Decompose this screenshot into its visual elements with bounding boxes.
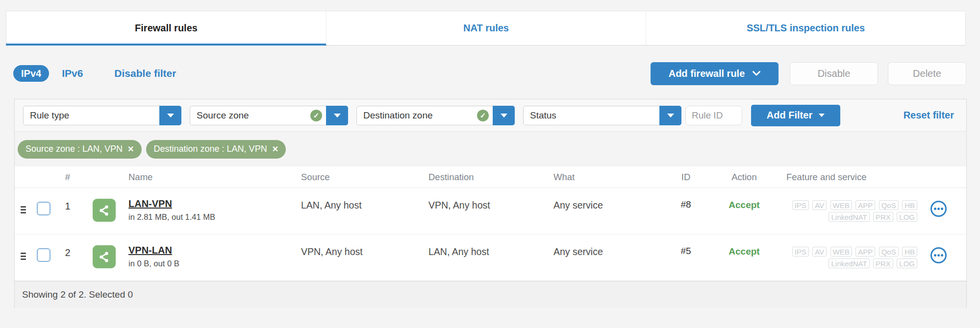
table-row: 1 LAN-VPN in 2.81 MB, out 1.41 MB LAN, A… — [15, 188, 966, 234]
destination-zone-select-label: Destination zone — [357, 110, 477, 121]
feature-badge: HB — [902, 247, 917, 257]
cell-action: Accept — [705, 188, 783, 234]
add-filter-button[interactable]: Add Filter — [751, 105, 840, 126]
header-source: Source — [297, 172, 424, 183]
cell-what: Any service — [549, 188, 667, 234]
rule-name-link[interactable]: LAN-VPN — [128, 198, 172, 210]
add-firewall-rule-label: Add firewall rule — [669, 68, 745, 79]
row-end-spacer — [956, 234, 966, 281]
feature-badges-line1: IPS AV WEB APP QoS HB — [786, 247, 917, 257]
feature-badge: AV — [812, 247, 827, 257]
source-zone-select[interactable]: Source zone ✓ — [190, 106, 348, 125]
rule-id-input[interactable] — [685, 106, 742, 125]
feature-badge: IPS — [792, 247, 809, 257]
share-icon — [98, 204, 110, 217]
feature-badge: AV — [812, 200, 827, 210]
ipv6-toggle[interactable]: IPv6 — [62, 68, 83, 79]
header-feature-and-service: Feature and service — [783, 172, 921, 183]
firewall-rules-panel: Rule type Source zone ✓ Destination zone… — [14, 99, 967, 308]
cell-source: LAN, Any host — [297, 188, 424, 234]
status-dropdown-button[interactable] — [659, 106, 681, 125]
drag-handle[interactable] — [15, 234, 31, 281]
feature-badge: PRX — [873, 258, 893, 268]
chip-source-zone[interactable]: Source zone : LAN, VPN ✕ — [18, 140, 142, 159]
destination-zone-select[interactable]: Destination zone ✓ — [356, 106, 515, 125]
ellipsis-icon — [934, 254, 936, 257]
add-firewall-rule-button[interactable]: Add firewall rule — [651, 62, 779, 85]
row-menu-button[interactable] — [930, 201, 947, 217]
row-end-spacer — [956, 188, 966, 234]
rule-type-dropdown-button[interactable] — [159, 106, 181, 125]
destination-zone-dropdown-button[interactable] — [493, 106, 515, 125]
source-zone-select-label: Source zone — [190, 110, 310, 121]
filter-bar: Rule type Source zone ✓ Destination zone… — [15, 99, 966, 132]
feature-badge: LOG — [897, 258, 917, 268]
filter-applied-check-icon: ✓ — [477, 110, 489, 121]
header-num: # — [56, 172, 79, 183]
header-name: Name — [128, 172, 297, 183]
caret-down-icon — [334, 114, 341, 117]
ellipsis-icon — [934, 208, 936, 210]
active-filter-chips: Source zone : LAN, VPN ✕ Destination zon… — [15, 132, 966, 166]
header-destination: Destination — [424, 172, 549, 183]
feature-badge: HB — [902, 200, 917, 210]
caret-down-icon — [167, 114, 174, 117]
header-id: ID — [667, 172, 705, 183]
feature-badges-line2: LinkedNAT PRX LOG — [786, 212, 917, 222]
remove-chip-icon[interactable]: ✕ — [272, 144, 278, 154]
status-select[interactable]: Status — [523, 106, 681, 125]
cell-rule-id: #8 — [667, 188, 705, 234]
feature-badge: QoS — [879, 200, 899, 210]
row-menu-button[interactable] — [930, 247, 947, 263]
cell-destination: VPN, Any host — [424, 188, 549, 234]
network-rule-icon[interactable] — [93, 245, 116, 268]
tab-nat-rules[interactable]: NAT rules — [326, 11, 646, 45]
cell-action: Accept — [705, 234, 783, 281]
cell-features: IPS AV WEB APP QoS HB LinkedNAT PRX LOG — [783, 188, 921, 234]
chip-destination-zone[interactable]: Destination zone : LAN, VPN ✕ — [146, 140, 286, 159]
caret-down-icon — [667, 114, 674, 117]
rule-traffic: in 2.81 MB, out 1.41 MB — [128, 212, 297, 222]
cell-what: Any service — [549, 234, 667, 281]
delete-button[interactable]: Delete — [888, 62, 966, 85]
header-action: Action — [705, 172, 783, 183]
feature-badges-line2: LinkedNAT PRX LOG — [786, 258, 917, 269]
rule-traffic: in 0 B, out 0 B — [128, 259, 297, 268]
caret-down-icon — [501, 114, 507, 117]
remove-chip-icon[interactable]: ✕ — [127, 144, 134, 154]
add-filter-label: Add Filter — [767, 110, 812, 121]
rule-name-link[interactable]: VPN-LAN — [128, 245, 172, 256]
rule-type-select-label: Rule type — [24, 110, 159, 121]
table-row: 2 VPN-LAN in 0 B, out 0 B VPN, Any host … — [15, 234, 966, 281]
row-number: 1 — [56, 188, 79, 234]
network-rule-icon[interactable] — [93, 199, 116, 222]
disable-filter-link[interactable]: Disable filter — [114, 68, 176, 79]
disable-button[interactable]: Disable — [790, 62, 878, 85]
cell-source: VPN, Any host — [297, 234, 424, 281]
source-zone-dropdown-button[interactable] — [326, 106, 348, 125]
feature-badge: IPS — [792, 200, 809, 210]
feature-badge: WEB — [830, 200, 852, 210]
tab-ssl-tls-inspection-rules[interactable]: SSL/TLS inspection rules — [646, 11, 965, 45]
toolbar: IPv4 IPv6 Disable filter Add firewall ru… — [13, 62, 966, 85]
feature-badge: APP — [855, 200, 875, 210]
feature-badge: LinkedNAT — [829, 212, 869, 222]
rules-tabbar: Firewall rules NAT rules SSL/TLS inspect… — [6, 11, 966, 46]
reset-filter-link[interactable]: Reset filter — [904, 110, 960, 121]
chip-label: Destination zone : LAN, VPN — [154, 144, 267, 154]
cell-destination: LAN, Any host — [424, 234, 549, 281]
rule-type-select[interactable]: Rule type — [23, 106, 181, 125]
row-checkbox[interactable] — [37, 202, 50, 215]
showing-status-text: Showing 2 of 2. Selected 0 — [22, 289, 133, 300]
drag-handle[interactable] — [15, 188, 31, 234]
tab-firewall-rules[interactable]: Firewall rules — [6, 11, 326, 45]
feature-badge: LinkedNAT — [829, 258, 869, 268]
cell-rule-id: #5 — [667, 234, 705, 281]
feature-badge: WEB — [830, 247, 852, 257]
row-checkbox[interactable] — [37, 248, 50, 262]
table-footer: Showing 2 of 2. Selected 0 — [15, 281, 966, 308]
header-what: What — [549, 172, 667, 183]
status-select-label: Status — [524, 110, 659, 121]
caret-down-icon — [819, 114, 825, 117]
ipv4-toggle[interactable]: IPv4 — [13, 65, 49, 82]
